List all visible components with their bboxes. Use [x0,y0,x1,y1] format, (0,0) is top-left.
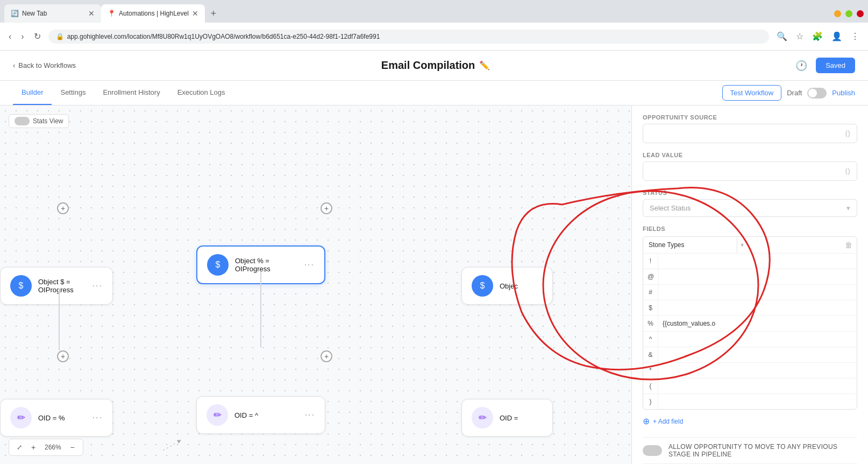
close-button[interactable] [857,10,864,17]
field-value-input-0[interactable] [658,254,857,269]
node-5[interactable]: ✏ OID = ^ ··· [196,396,325,434]
lead-value-input[interactable]: ⟨⟩ [643,161,857,181]
field-value-input-9[interactable] [658,394,857,409]
node-1-icon: $ [10,275,32,297]
browser-chrome: 🔄 New Tab ✕ 📍 Automations | HighLevel ✕ … [0,0,868,51]
node-1[interactable]: $ Object $ = OIProgress ··· [0,267,113,305]
node-5-label: OID = ^ [234,411,298,419]
field-value-input-1[interactable] [659,269,857,284]
field-value-1[interactable] [659,269,857,284]
field-symbol-2: # [643,285,658,300]
lock-icon: 🔒 [56,33,64,40]
add-field-plus-icon: ⊕ [643,416,650,426]
tab-enrollment-history[interactable]: Enrollment History [94,81,168,105]
tab-execution-logs[interactable]: Execution Logs [169,81,234,105]
field-value-6[interactable] [658,347,857,362]
add-node-button-mid-center[interactable]: + [321,350,332,362]
add-node-button-mid-left[interactable]: + [57,350,69,362]
tab-active[interactable]: 📍 Automations | HighLevel ✕ [101,4,205,23]
field-value-9[interactable] [658,394,857,409]
url-text: app.gohighlevel.com/location/Mf8U80Rw1q1… [67,33,380,40]
tab-builder[interactable]: Builder [13,81,52,105]
add-field-button[interactable]: ⊕ + Add field [643,414,857,428]
field-value-input-7[interactable] [658,363,857,378]
field-type-dropdown[interactable]: Stone Types [643,237,737,252]
field-value-input-3[interactable] [658,300,857,315]
add-node-button-top-center[interactable]: + [321,202,332,214]
tab-close-inactive[interactable]: ✕ [88,9,95,18]
field-value-input-5[interactable] [658,332,857,347]
node-4-menu[interactable]: ··· [93,413,103,423]
field-value-7[interactable] [658,363,857,378]
bookmark-icon[interactable]: ☆ [794,29,806,44]
custom-values-icon[interactable]: ⟨⟩ [845,129,850,138]
publish-button[interactable]: Publish [832,89,855,97]
field-value-8[interactable] [658,378,857,393]
stats-view-mini-toggle[interactable] [15,117,30,125]
field-symbol-8: ( [643,378,658,393]
allow-previous-stage-toggle[interactable] [643,445,662,456]
field-value-3[interactable] [658,300,857,315]
expand-icon[interactable]: ⤢ [13,441,25,453]
add-node-button-top-left[interactable]: + [57,202,69,214]
lead-value-custom-icon[interactable]: ⟨⟩ [845,167,850,175]
profile-icon[interactable]: 👤 [829,29,844,44]
connector-2 [260,271,261,348]
tab-close-active[interactable]: ✕ [192,9,198,18]
reload-button[interactable]: ↻ [32,29,43,44]
stats-view-toggle[interactable]: Stats View [9,114,69,128]
node-2-menu[interactable]: ··· [304,260,315,270]
fields-row-8: ( [643,378,857,394]
extensions-icon[interactable]: 🧩 [810,29,825,44]
node-3[interactable]: $ Objec [461,267,553,305]
tab-settings[interactable]: Settings [52,81,94,105]
more-icon[interactable]: ⋮ [849,29,862,44]
edit-title-icon[interactable]: ✏️ [479,60,490,71]
maximize-button[interactable] [845,10,852,17]
url-box[interactable]: 🔒 app.gohighlevel.com/location/Mf8U80Rw1… [48,30,769,44]
opportunity-source-field[interactable] [650,130,845,138]
dropdown-arrow-icon: ▾ [737,237,747,252]
workflow-canvas[interactable]: Stats View + + $ Object $ = OIProgress ·… [0,106,631,464]
field-value-input-8[interactable] [658,378,857,393]
draft-toggle[interactable] [807,88,827,99]
forward-nav-button[interactable]: › [19,30,26,44]
field-value-input-6[interactable] [658,347,857,362]
opportunity-source-input[interactable]: ⟨⟩ [643,124,857,143]
minimize-button[interactable] [834,10,841,17]
field-symbol-0: ! [643,254,658,269]
test-workflow-button[interactable]: Test Workflow [722,85,782,101]
field-value-0[interactable] [658,254,857,269]
back-nav-button[interactable]: ‹ [6,30,13,44]
field-symbol-7: * [643,363,658,378]
history-icon[interactable]: 🕐 [795,60,807,72]
fields-row-1: @ [643,269,857,285]
address-bar: ‹ › ↻ 🔒 app.gohighlevel.com/location/Mf8… [0,23,868,51]
field-value-input-4[interactable] [658,316,857,331]
opportunity-source-section: OPPORTUNITY SOURCE ⟨⟩ [643,114,857,143]
tab-inactive[interactable]: 🔄 New Tab ✕ [4,4,101,23]
publish-area: Test Workflow Draft Publish [722,85,855,101]
node-1-menu[interactable]: ··· [93,281,103,291]
new-tab-button[interactable]: + [207,7,220,20]
field-value-2[interactable] [658,285,857,300]
lead-value-section: LEAD VALUE ⟨⟩ [643,152,857,181]
saved-button[interactable]: Saved [816,58,855,73]
lead-value-field[interactable] [650,167,845,175]
field-symbol-5: ^ [643,332,658,347]
node-6[interactable]: ✏ OID = [461,399,553,437]
node-5-menu[interactable]: ··· [305,410,315,420]
fields-header-row: Stone Types ▾ 🗑 [643,237,857,254]
field-symbol-6: & [643,347,658,362]
field-value-4[interactable] [658,316,857,331]
zoom-in-button[interactable]: + [27,441,39,453]
field-value-5[interactable] [658,332,857,347]
back-to-workflows-link[interactable]: ‹ Back to Workflows [13,61,76,69]
status-select[interactable]: Select Status ▾ [643,199,857,217]
zoom-out-button[interactable]: − [67,441,79,453]
field-type-select-cell[interactable]: Stone Types [643,237,737,252]
field-value-input-2[interactable] [658,285,857,300]
search-icon[interactable]: 🔍 [774,29,789,44]
node-4[interactable]: ✏ OID = % ··· [0,399,113,437]
field-delete-header[interactable]: 🗑 [841,237,857,253]
